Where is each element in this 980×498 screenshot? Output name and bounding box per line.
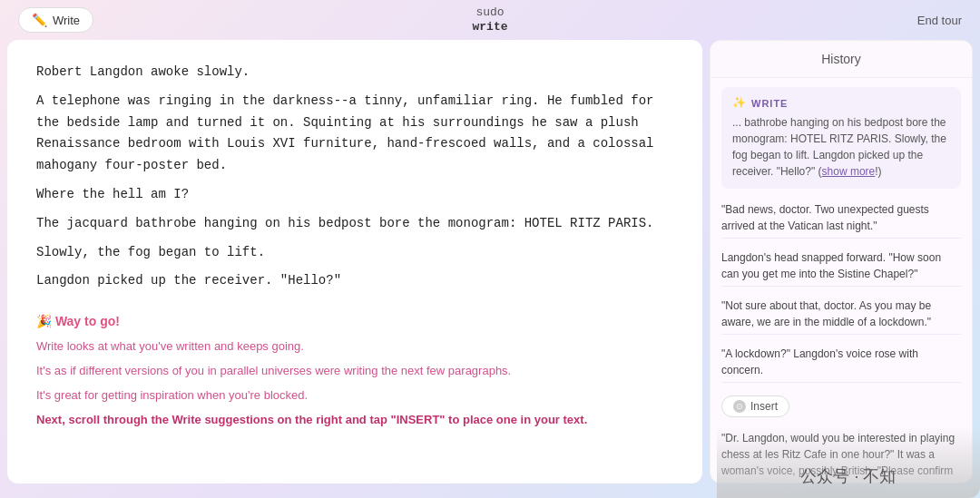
tutorial-section: 🎉 Way to go! Write looks at what you've … xyxy=(36,314,673,429)
history-title: History xyxy=(821,52,861,66)
story-paragraph-2: A telephone was ringing in the darkness-… xyxy=(36,91,673,177)
pencil-icon: ✏️ xyxy=(32,13,47,27)
tutorial-line-2: It's as if different versions of you in … xyxy=(36,362,673,381)
right-panel: History ✨ WRITE ... bathrobe hanging on … xyxy=(710,40,973,483)
insert-icon-1: ⊙ xyxy=(733,400,746,413)
write-block: ✨ WRITE ... bathrobe hanging on his bedp… xyxy=(721,87,961,189)
dialogue-group-2: "Dr. Langdon, would you be interested in… xyxy=(721,426,961,483)
story-paragraph-1: Robert Langdon awoke slowly. xyxy=(36,62,673,83)
app-logo: sudo write xyxy=(472,5,507,34)
dialogue-item-4: "A lockdown?" Langdon's voice rose with … xyxy=(721,342,961,383)
dialogue-item-1: "Bad news, doctor. Two unexpected guests… xyxy=(721,198,961,239)
tutorial-line-1: Write looks at what you've written and k… xyxy=(36,337,673,356)
story-paragraph-6: Langdon picked up the receiver. "Hello?" xyxy=(36,270,673,292)
dialogue-item-3: "Not sure about that, doctor. As you may… xyxy=(721,294,961,335)
top-nav: ✏️ Write sudo write End tour xyxy=(0,0,980,40)
story-paragraph-4: The jacquard bathrobe hanging on his bed… xyxy=(36,213,673,235)
end-tour-button[interactable]: End tour xyxy=(917,14,962,27)
show-more-link[interactable]: show more xyxy=(822,165,876,178)
left-panel: Robert Langdon awoke slowly. A telephone… xyxy=(7,40,702,483)
write-button-label: Write xyxy=(53,14,80,27)
dialogue-group-1: "Bad news, doctor. Two unexpected guests… xyxy=(721,198,961,383)
tutorial-line-4: Next, scroll through the Write suggestio… xyxy=(36,411,673,430)
history-header: History xyxy=(710,41,972,78)
sparkle-icon: ✨ xyxy=(732,96,746,110)
tutorial-title: 🎉 Way to go! xyxy=(36,314,673,328)
dialogue-item-5: "Dr. Langdon, would you be interested in… xyxy=(721,426,961,483)
insert-label-1: Insert xyxy=(750,400,778,413)
write-label: WRITE xyxy=(751,98,788,109)
tutorial-line-3: It's great for getting inspiration when … xyxy=(36,386,673,405)
history-content[interactable]: ✨ WRITE ... bathrobe hanging on his bedp… xyxy=(710,78,972,483)
dialogue-item-2: Langdon's head snapped forward. "How soo… xyxy=(721,246,961,287)
insert-button-1[interactable]: ⊙ Insert xyxy=(721,395,789,417)
write-block-text: ... bathrobe hanging on his bedpost bore… xyxy=(732,114,950,180)
write-block-header: ✨ WRITE xyxy=(732,96,950,110)
main-layout: Robert Langdon awoke slowly. A telephone… xyxy=(0,40,980,491)
story-text: Robert Langdon awoke slowly. A telephone… xyxy=(36,62,673,292)
story-paragraph-3: Where the hell am I? xyxy=(36,184,673,206)
story-paragraph-5: Slowly, the fog began to lift. xyxy=(36,242,673,264)
write-button[interactable]: ✏️ Write xyxy=(18,7,93,33)
